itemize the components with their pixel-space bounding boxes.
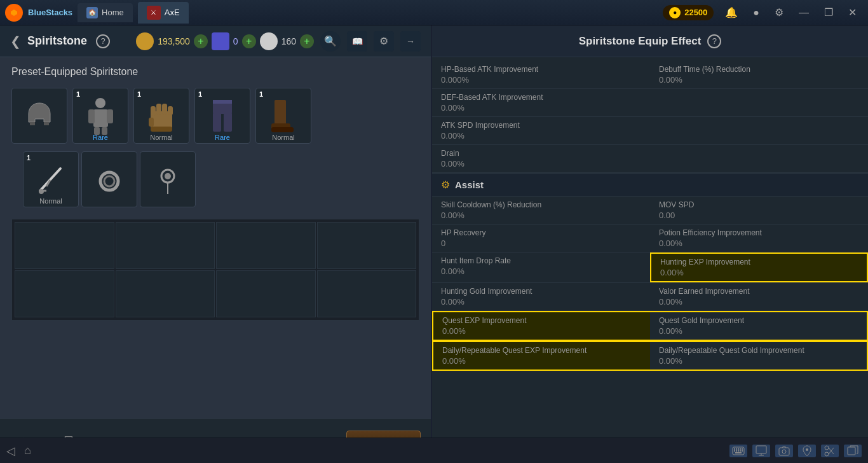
- taskbar-restore-icon[interactable]: [844, 445, 862, 457]
- titlebar-left: BlueStacks 🏠 Home ⚔ AxE: [0, 2, 189, 24]
- titlebar: BlueStacks 🏠 Home ⚔ AxE ● 22500 🔔 ● ⚙ — …: [0, 0, 868, 25]
- assist-gear-icon: ⚙: [441, 179, 450, 191]
- taskbar: ◁ ⌂: [0, 438, 868, 463]
- effect-name-daily-quest-exp: Daily/Repeatable Quest EXP Improvement: [442, 346, 641, 355]
- section-title: Preset-Equipped Spiritstone: [0, 57, 431, 84]
- taskbar-home-btn[interactable]: ⌂: [24, 444, 31, 457]
- equip-slot-sword[interactable]: 1 Normal: [23, 151, 79, 207]
- effect-cell-drain-empty: [650, 145, 868, 172]
- effect-cell-potion: Potion Efficiency Improvement 0.00%: [650, 225, 868, 252]
- crystal-amount: 0: [233, 36, 238, 46]
- add-gold-btn[interactable]: +: [194, 34, 208, 48]
- effect-cell-drain: Drain 0.00%: [432, 145, 650, 172]
- effect-row-hp-atk: HP-Based ATK Improvement 0.000% Debuff T…: [432, 61, 868, 89]
- add-crystal-btn[interactable]: +: [242, 34, 256, 48]
- slot-rarity: Normal: [256, 134, 311, 141]
- effect-cell-hunt-gold: Hunting Gold Improvement 0.00%: [432, 283, 650, 310]
- svg-rect-12: [156, 104, 161, 115]
- gold-icon: [136, 32, 154, 50]
- book-button[interactable]: 📖: [347, 31, 367, 52]
- restore-btn[interactable]: ❐: [820, 5, 837, 20]
- taskbar-camera-icon[interactable]: [775, 445, 793, 457]
- currency-group: 193,500 + 0 + 160 +: [136, 32, 314, 50]
- effect-name-valor: Valor Earned Improvement: [659, 287, 859, 296]
- settings-btn[interactable]: ⚙: [771, 5, 787, 20]
- effect-name-hunt-gold: Hunting Gold Improvement: [441, 287, 641, 296]
- svg-rect-36: [738, 448, 739, 450]
- equip-slot-character[interactable]: 1 Rare: [72, 88, 128, 144]
- gem-icon: [260, 32, 278, 50]
- equip-slot-ring[interactable]: [81, 151, 137, 207]
- effect-value-hunt-exp: 0.00%: [660, 268, 858, 277]
- equip-slot-helmet[interactable]: [11, 88, 67, 144]
- empty-slot-1: [15, 222, 114, 269]
- svg-rect-16: [151, 127, 172, 132]
- user-btn[interactable]: ●: [749, 6, 763, 20]
- taskbar-keyboard-icon[interactable]: [729, 445, 747, 457]
- add-gem-btn[interactable]: +: [300, 34, 314, 48]
- taskbar-location-icon[interactable]: [798, 445, 816, 457]
- character-icon: [80, 95, 121, 136]
- search-button[interactable]: 🔍: [320, 31, 341, 52]
- svg-rect-37: [740, 448, 741, 450]
- svg-point-50: [806, 448, 808, 451]
- svg-rect-7: [107, 109, 113, 123]
- empty-slot-8: [317, 270, 417, 317]
- right-help-button[interactable]: ?: [707, 34, 721, 48]
- help-button[interactable]: ?: [96, 34, 110, 48]
- empty-slot-6: [116, 270, 215, 317]
- svg-rect-13: [162, 104, 167, 115]
- empty-slot-4: [317, 222, 417, 269]
- svg-rect-15: [149, 118, 154, 127]
- effect-value-hunt-drop: 0.00%: [441, 266, 641, 276]
- svg-rect-39: [734, 450, 735, 452]
- svg-point-28: [100, 172, 118, 190]
- effect-cell-def-atk-empty: [650, 89, 868, 116]
- svg-rect-34: [734, 448, 735, 450]
- effect-value-atk-spd: 0.00%: [441, 131, 641, 141]
- back-button[interactable]: ❮: [10, 34, 21, 49]
- effect-value-cooldown: 0.00%: [441, 211, 641, 220]
- gold-amount: 193,500: [158, 36, 190, 46]
- coin-amount: 22500: [684, 8, 707, 17]
- taskbar-screen-icon[interactable]: [752, 445, 770, 457]
- empty-slot-7: [216, 270, 316, 317]
- game-tab-label: AxE: [165, 8, 180, 17]
- svg-rect-42: [740, 450, 741, 452]
- exit-button[interactable]: →: [400, 31, 421, 52]
- minimize-btn[interactable]: —: [795, 6, 813, 20]
- main-content: ❮ Spiritstone ? 193,500 + 0 + 160 + 🔍 📖 …: [0, 25, 868, 463]
- effect-cell-atk-spd-empty: [650, 117, 868, 144]
- close-btn[interactable]: ✕: [844, 5, 860, 20]
- effect-value-valor: 0.00%: [659, 297, 859, 307]
- app-name: BlueStacks: [28, 8, 72, 17]
- svg-rect-14: [168, 106, 173, 115]
- svg-rect-41: [738, 450, 739, 452]
- right-header: Spiritstone Equip Effect ?: [432, 25, 868, 57]
- coin-display: ● 22500: [663, 5, 714, 20]
- equip-slot-pants[interactable]: 1 Rare: [194, 88, 250, 144]
- right-panel: Spiritstone Equip Effect ? HP-Based ATK …: [432, 25, 868, 463]
- svg-point-31: [165, 173, 171, 179]
- home-tab[interactable]: 🏠 Home: [78, 3, 133, 22]
- taskbar-cut-icon[interactable]: [821, 445, 839, 457]
- svg-rect-19: [224, 113, 232, 132]
- helmet-icon: [19, 95, 60, 136]
- game-tab[interactable]: ⚔ AxE: [138, 2, 189, 24]
- effect-name-hp-recovery: HP Recovery: [441, 228, 641, 237]
- svg-rect-43: [742, 450, 743, 452]
- slot-number: 1: [27, 154, 31, 162]
- effect-name-mov-spd: MOV SPD: [659, 200, 859, 209]
- equip-slot-amulet[interactable]: [140, 151, 196, 207]
- taskbar-back-btn[interactable]: ◁: [6, 444, 15, 458]
- effect-cell-mov-spd: MOV SPD 0.00: [650, 197, 868, 224]
- settings-button[interactable]: ⚙: [374, 31, 394, 52]
- svg-rect-21: [275, 100, 286, 125]
- crystal-icon: [212, 32, 229, 50]
- slot-rarity: Normal: [24, 197, 78, 205]
- equip-slot-boots[interactable]: 1 Normal: [255, 88, 311, 144]
- equip-slot-gloves[interactable]: 1 Normal: [133, 88, 189, 144]
- notification-btn[interactable]: 🔔: [721, 5, 742, 20]
- effect-row-hunt-gold: Hunting Gold Improvement 0.00% Valor Ear…: [432, 283, 868, 311]
- equipment-grid-row1: 1 Rare 1: [0, 85, 431, 146]
